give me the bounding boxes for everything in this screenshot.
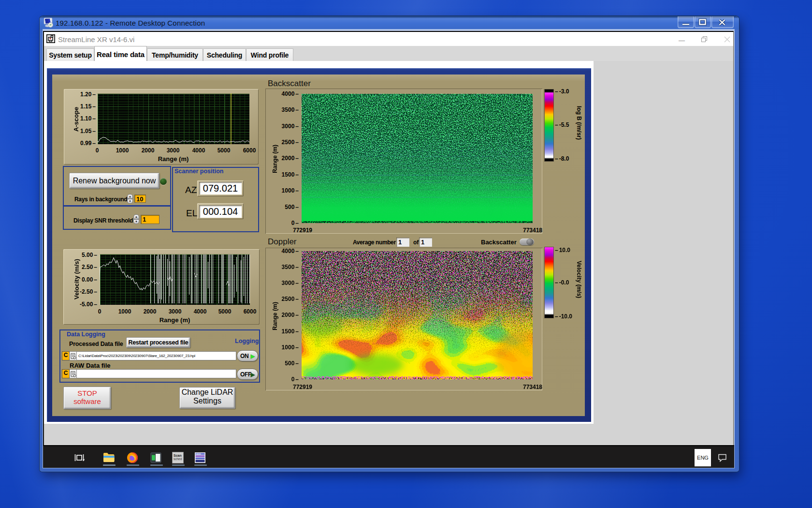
svg-text:sched: sched (174, 457, 182, 461)
svg-text:Scan: Scan (174, 454, 182, 457)
svg-text:WEEK: WEEK (196, 453, 201, 455)
